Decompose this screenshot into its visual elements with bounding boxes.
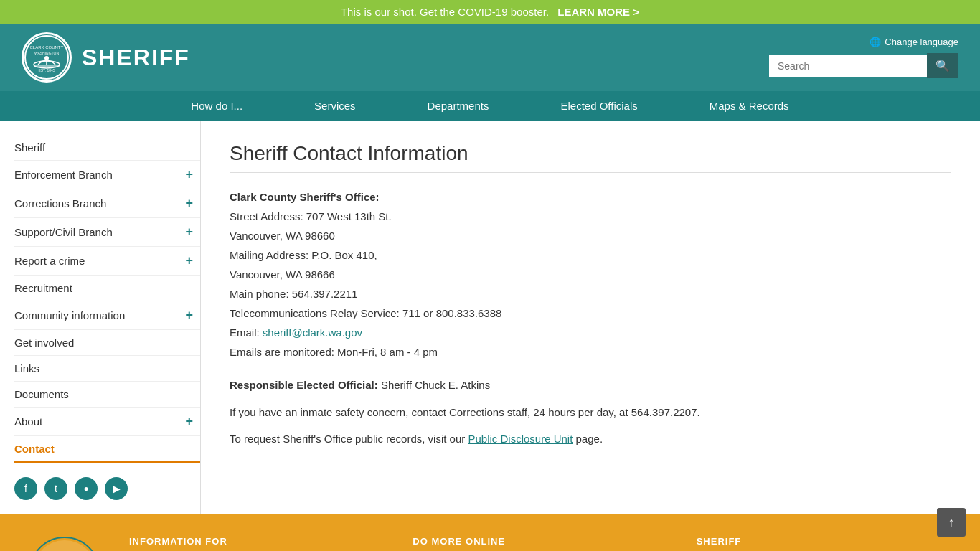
city-state-zip1: Vancouver, WA 98660 [230,226,951,245]
main-nav: How do I... Services Departments Elected… [0,91,980,121]
expand-icon: + [185,196,193,211]
email-line: Email: sheriff@clark.wa.gov [230,323,951,342]
footer: CLARK COUNTY WASHINGTON EST. 1845 INFORM… [0,514,980,551]
site-title: SHERIFF [82,44,190,71]
youtube-icon[interactable]: ▶ [105,477,128,500]
header: CLARK COUNTY WASHINGTON EST. 1845 SHERIF… [0,24,980,91]
records-para-after: page. [573,433,603,445]
public-disclosure-unit-link[interactable]: Public Disclosure Unit [468,433,573,445]
trs: Telecommunications Relay Service: 711 or… [230,303,951,323]
search-bar: 🔍 [769,53,958,78]
footer-col-info-for: INFORMATION FOR Residents Businesses Vol… [129,536,384,551]
responsible-official-para: Responsible Elected Official: Sheriff Ch… [230,376,951,395]
nav-how-do-i[interactable]: How do I... [155,91,278,121]
header-logo: CLARK COUNTY WASHINGTON EST. 1845 SHERIF… [22,32,190,83]
sidebar-item-community-information[interactable]: Community information + [14,301,200,330]
sheriff-footer-title: SHERIFF [697,536,951,547]
twitter-icon[interactable]: t [44,477,67,500]
sidebar-item-about[interactable]: About + [14,408,200,436]
street-address: Street Address: 707 West 13th St. [230,207,951,226]
records-para-before: To request Sheriff's Office public recor… [230,433,468,445]
responsible-name: Sheriff Chuck E. Atkins [381,379,490,391]
main-content: Sheriff Contact Information Clark County… [201,121,980,514]
svg-point-4 [44,56,49,60]
svg-text:CLARK COUNTY: CLARK COUNTY [29,45,63,50]
back-to-top-button[interactable]: ↑ [937,508,966,537]
expand-icon: + [185,308,193,323]
svg-text:EST. 1845: EST. 1845 [38,68,55,72]
city-state-zip2: Vancouver, WA 98666 [230,265,951,284]
sidebar-item-corrections-branch[interactable]: Corrections Branch + [14,189,200,218]
office-label: Clark County Sheriff's Office: [230,191,380,203]
change-language-button[interactable]: 🌐 Change language [870,37,958,47]
expand-icon: + [185,414,193,429]
do-more-title: DO MORE ONLINE [413,536,667,547]
search-input[interactable] [769,55,927,77]
email-label: Email: [230,326,263,339]
sidebar-item-contact[interactable]: Contact [14,436,200,463]
records-para: To request Sheriff's Office public recor… [230,430,951,448]
instagram-icon[interactable]: ● [75,477,98,500]
email-link[interactable]: sheriff@clark.wa.gov [263,326,362,339]
logo-circle: CLARK COUNTY WASHINGTON EST. 1845 [22,32,72,83]
responsible-label: Responsible Elected Official: [230,379,381,391]
nav-maps-records[interactable]: Maps & Records [674,91,825,121]
page-title: Sheriff Contact Information [230,142,951,173]
sidebar-item-recruitment[interactable]: Recruitment [14,276,200,301]
nav-elected-officials[interactable]: Elected Officials [524,91,673,121]
sidebar: Sheriff Enforcement Branch + Corrections… [0,121,201,514]
learn-more-link[interactable]: LEARN MORE > [557,6,639,18]
sidebar-item-support-civil-branch[interactable]: Support/Civil Branch + [14,218,200,247]
sidebar-item-enforcement-branch[interactable]: Enforcement Branch + [14,161,200,189]
search-button[interactable]: 🔍 [927,53,958,78]
globe-icon: 🌐 [870,37,881,47]
svg-text:WASHINGTON: WASHINGTON [34,51,60,55]
content-wrapper: Sheriff Enforcement Branch + Corrections… [0,121,980,514]
sidebar-item-report-a-crime[interactable]: Report a crime + [14,247,200,276]
footer-col-do-more: DO MORE ONLINE Subscribe to Updates Maps… [413,536,667,551]
header-right: 🌐 Change language 🔍 [769,37,958,78]
top-banner: This is our shot. Get the COVID-19 boost… [0,0,980,24]
contact-block: Clark County Sheriff's Office: Street Ad… [230,187,951,362]
email-monitored: Emails are monitored: Mon-Fri, 8 am - 4 … [230,342,951,362]
main-phone: Main phone: 564.397.2211 [230,284,951,303]
sidebar-item-documents[interactable]: Documents [14,382,200,408]
facebook-icon[interactable]: f [14,477,37,500]
footer-col-sheriff: SHERIFF 564.397.2211 Email Us f t ▶ in [697,536,951,551]
sidebar-item-links[interactable]: Links [14,356,200,382]
nav-departments[interactable]: Departments [392,91,525,121]
expand-icon: + [185,253,193,268]
social-icons: f t ● ▶ [14,477,200,500]
footer-logo: CLARK COUNTY WASHINGTON EST. 1845 [29,536,100,551]
info-for-title: INFORMATION FOR [129,536,384,547]
nav-services[interactable]: Services [278,91,392,121]
sidebar-item-get-involved[interactable]: Get involved [14,330,200,356]
banner-text: This is our shot. Get the COVID-19 boost… [341,6,549,18]
inmate-para: If you have an inmate safety concern, co… [230,403,951,422]
sidebar-item-sheriff[interactable]: Sheriff [14,135,200,161]
expand-icon: + [185,225,193,240]
expand-icon: + [185,167,193,182]
mailing-address: Mailing Address: P.O. Box 410, [230,245,951,265]
